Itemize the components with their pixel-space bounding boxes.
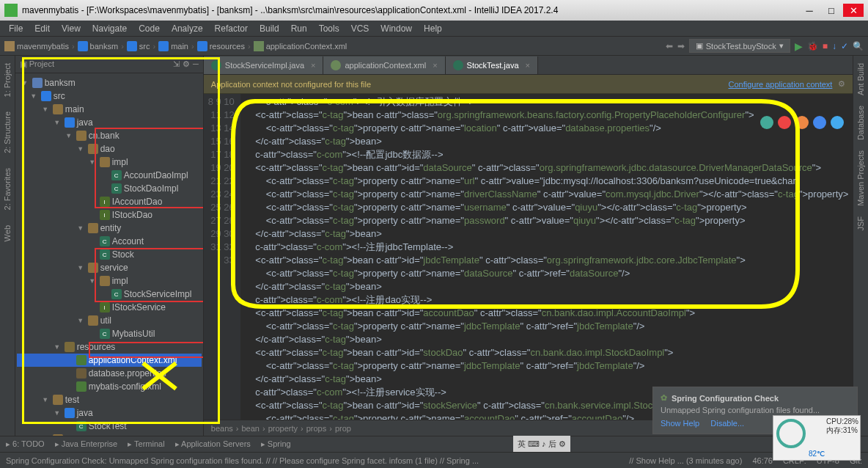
tree-node[interactable]: applicationContext.xml (17, 354, 202, 367)
tree-node[interactable]: CStockDaoImpl (17, 182, 202, 195)
search-icon[interactable]: 🔍 (853, 41, 864, 51)
editor-tab[interactable]: StockServiceImpl.java× (204, 56, 324, 74)
tree-node[interactable]: CMybatisUtil (17, 327, 202, 340)
tree-node[interactable]: ▼java (17, 406, 202, 420)
browser-icon[interactable] (778, 116, 791, 129)
project-tree[interactable]: ▼banksm ▼src▼main▼java▼cn.bank▼dao▼implC… (15, 73, 203, 436)
tree-node[interactable]: database.properties (17, 367, 202, 380)
tree-node[interactable]: CStockServiceImpl (17, 288, 202, 301)
bottom-tool-tab[interactable]: ▸ Spring (261, 439, 291, 449)
tree-node[interactable]: ▼service (17, 261, 202, 274)
close-tab-icon[interactable]: × (526, 61, 530, 70)
breadcrumb-item[interactable]: src (127, 41, 150, 51)
breadcrumb-item[interactable]: applicationContext.xml (254, 41, 347, 51)
xml-breadcrumb-item[interactable]: beans (211, 424, 233, 433)
code-editor[interactable]: 8 9 10 11 12 13 14 15 16 17 18 19 20 21 … (204, 94, 853, 420)
project-view-label[interactable]: ▣ Project (20, 59, 54, 69)
editor-tab[interactable]: StockTest.java× (446, 56, 538, 74)
hide-icon[interactable]: ─ (193, 59, 199, 69)
stop-button[interactable]: ■ (823, 41, 828, 51)
status-item[interactable]: 46:76 (752, 456, 773, 465)
menu-vcs[interactable]: VCS (345, 22, 375, 35)
bottom-tool-tab[interactable]: ▸ Application Servers (175, 439, 251, 449)
status-item[interactable]: // Show Help ... (3 minutes ago) (629, 456, 742, 465)
minimize-button[interactable]: ─ (799, 4, 820, 17)
close-tab-icon[interactable]: × (433, 61, 437, 70)
tool-tab[interactable]: 2: Favorites (3, 168, 12, 210)
xml-breadcrumb-item[interactable]: bean (241, 424, 259, 433)
run-config-selector[interactable]: ▣ StockTest.buyStock ▾ (689, 39, 790, 53)
tree-node[interactable]: ▼entity (17, 222, 202, 235)
menu-run[interactable]: Run (285, 22, 313, 35)
tree-node[interactable]: CStockTest (17, 420, 202, 433)
tree-node[interactable]: CAccount (17, 235, 202, 248)
tree-node[interactable]: IIStockService (17, 301, 202, 314)
forward-button[interactable]: ➡ (677, 41, 685, 51)
ime-toolbar[interactable]: 英 ⌨ ♪ 后 ⚙ (513, 436, 570, 452)
tree-node[interactable]: ▼resources (17, 340, 202, 354)
xml-breadcrumb-item[interactable]: prop (335, 424, 351, 433)
menu-edit[interactable]: Edit (29, 22, 56, 35)
tool-tab[interactable]: Database (856, 106, 865, 140)
run-button[interactable]: ▶ (795, 40, 803, 52)
browser-icon[interactable] (760, 116, 773, 129)
browser-icon[interactable] (813, 116, 826, 129)
tree-node[interactable]: ▼src (17, 89, 202, 103)
disable-link[interactable]: Disable... (710, 419, 744, 428)
xml-breadcrumb-item[interactable]: props (306, 424, 327, 433)
bottom-tool-tab[interactable]: ▸ Java Enterprise (55, 439, 117, 449)
tree-node[interactable]: ▼main (17, 103, 202, 116)
tree-node[interactable]: ▼dao (17, 142, 202, 156)
breadcrumb-item[interactable]: resources (197, 41, 245, 51)
back-button[interactable]: ⬅ (666, 41, 673, 51)
tree-node[interactable]: IIAccountDao (17, 195, 202, 208)
tree-node[interactable]: ▼cn.bank (17, 129, 202, 142)
tree-node[interactable]: ▼impl (17, 274, 202, 288)
menu-navigate[interactable]: Navigate (87, 22, 133, 35)
vcs-commit-button[interactable]: ✓ (841, 41, 848, 51)
tool-tab[interactable]: 2: Structure (3, 111, 12, 153)
menu-build[interactable]: Build (254, 22, 285, 35)
collapse-all-icon[interactable]: ⇲ (173, 59, 180, 69)
code-lines[interactable]: c-attr">class="c-com"><!--引入数据库配置文件--> <… (240, 94, 853, 420)
configure-context-link[interactable]: Configure application context (729, 80, 833, 89)
tool-tab[interactable]: 1: Project (3, 63, 12, 97)
show-help-link[interactable]: Show Help (661, 419, 699, 428)
breadcrumb-item[interactable]: banksm (78, 41, 119, 51)
tool-tab[interactable]: Web (3, 225, 12, 241)
tree-node[interactable]: mybatis-config.xml (17, 380, 202, 393)
debug-button[interactable]: 🐞 (807, 41, 818, 51)
tree-node[interactable]: IIStockDao (17, 208, 202, 222)
menu-tools[interactable]: Tools (313, 22, 345, 35)
menu-help[interactable]: Help (418, 22, 448, 35)
tool-tab[interactable]: JSF (856, 216, 865, 231)
browser-icon[interactable] (795, 116, 809, 129)
menu-window[interactable]: Window (375, 22, 418, 35)
tree-node[interactable]: ▼test (17, 393, 202, 406)
breadcrumb-item[interactable]: mavenmybatis (4, 41, 69, 51)
close-button[interactable]: ✕ (843, 4, 864, 17)
vcs-update-button[interactable]: ↓ (832, 41, 836, 51)
editor-tab[interactable]: applicationContext.xml× (323, 56, 445, 74)
menu-file[interactable]: File (3, 22, 29, 35)
breadcrumb-item[interactable]: main (158, 41, 188, 51)
gear-icon[interactable]: ⚙ (183, 59, 190, 69)
gear-icon[interactable]: ⚙ (838, 79, 845, 89)
tree-node[interactable]: ▼java (17, 116, 202, 129)
menu-code[interactable]: Code (133, 22, 166, 35)
browser-icon[interactable] (831, 116, 844, 129)
menu-view[interactable]: View (56, 22, 87, 35)
tree-node[interactable]: CAccountDaoImpl (17, 169, 202, 182)
tool-tab[interactable]: Ant Build (856, 63, 865, 95)
maximize-button[interactable]: □ (821, 4, 842, 17)
tree-node[interactable]: CStock (17, 248, 202, 261)
bottom-tool-tab[interactable]: ▸ Terminal (128, 439, 164, 449)
xml-breadcrumb-item[interactable]: property (268, 424, 298, 433)
menu-analyze[interactable]: Analyze (166, 22, 209, 35)
menu-refactor[interactable]: Refactor (209, 22, 254, 35)
bottom-tool-tab[interactable]: ▸ 6: TODO (6, 439, 45, 449)
tree-node[interactable]: ▼banksm (17, 76, 202, 89)
tree-node[interactable]: ▼util (17, 314, 202, 327)
close-tab-icon[interactable]: × (311, 61, 315, 70)
tool-tab[interactable]: Maven Projects (856, 150, 865, 206)
